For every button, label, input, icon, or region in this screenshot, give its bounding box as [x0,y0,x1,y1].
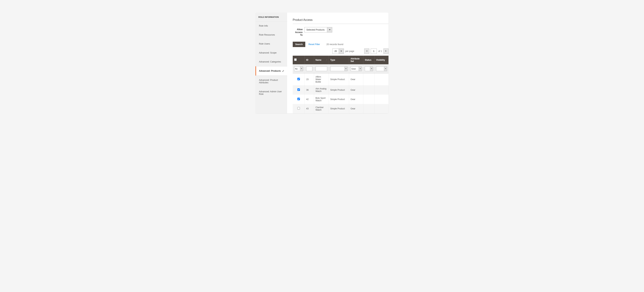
row-checkbox[interactable] [298,78,300,80]
cell-status [363,95,375,104]
cell-status [363,85,375,95]
allow-access-label: Allow Access To [293,27,304,37]
sidebar: ROLE INFORMATION Role Info Role Resource… [256,12,287,113]
filter-name-input[interactable] [316,66,327,71]
column-header-status[interactable]: Status [363,56,375,64]
table-row[interactable]: 36Aim Analog WatchSimple ProductGear [293,85,388,95]
grid-toolbar: Search Reset Filter 20 records found [293,42,388,47]
filter-status-value [365,67,370,71]
table-row[interactable]: 43Clamber WatchSimple ProductGear [293,104,388,113]
cell-type: Simple Product [329,95,349,104]
column-header-name[interactable]: Name↓ [314,56,329,64]
cell-name: Bolo Sport Watch [314,95,329,104]
allow-access-row: Allow Access To Selected Products [293,27,388,37]
sidebar-item-label: Role Info [259,24,268,27]
cell-type: Simple Product [329,85,349,95]
sidebar-item-advanced-categories[interactable]: Advanced: Categories [256,57,287,66]
cell-attribute-set: Gear [349,104,363,113]
cell-type: Simple Product [329,104,349,113]
column-header-attribute-set[interactable]: Attribute Set [349,56,363,64]
role-panel: ROLE INFORMATION Role Info Role Resource… [256,12,388,113]
chevron-left-icon [366,50,368,52]
chevron-down-icon [359,67,362,71]
chevron-right-icon [385,50,387,52]
sidebar-item-label: Advanced: Admin User Role [259,90,284,95]
cell-status [363,104,375,113]
per-page-value: 20 [332,49,339,54]
pencil-icon [282,70,284,72]
sidebar-item-label: Advanced: Products [259,70,281,72]
sidebar-item-role-resources[interactable]: Role Resources [256,30,287,39]
filter-type-value [330,67,344,71]
sidebar-item-role-users[interactable]: Role Users [256,39,287,48]
page-input[interactable] [371,48,377,54]
cell-id: 36 [304,85,314,95]
per-page-select[interactable]: 20 [332,48,344,54]
cell-name: Clamber Watch [314,104,329,113]
sidebar-header: ROLE INFORMATION [256,12,287,21]
content-area: Product Access Allow Access To Selected … [287,12,388,113]
next-page-button[interactable] [384,48,388,54]
row-checkbox[interactable] [298,107,300,110]
chevron-down-icon [300,67,303,71]
sidebar-item-advanced-products[interactable]: Advanced: Products [256,66,287,76]
filter-row: No Gear [293,64,388,73]
sort-arrow-icon: ↓ [326,59,327,61]
filter-attribute-set-select[interactable]: Gear [350,66,362,71]
filter-check-select[interactable]: No [294,66,303,71]
cell-id: 15 [304,73,314,85]
cell-visibility [375,104,388,113]
chevron-down-icon [370,67,373,71]
chevron-down-icon [327,27,332,32]
cell-visibility [375,85,388,95]
select-all-checkbox[interactable] [294,58,297,61]
cell-status [363,73,375,85]
prev-page-button[interactable] [364,48,369,54]
sidebar-item-label: Role Users [259,42,270,45]
sidebar-item-label: Advanced: Categories [259,60,281,63]
reset-filter-link[interactable]: Reset Filter [308,43,320,46]
filter-check-value: No [294,67,300,71]
cell-attribute-set: Gear [349,73,363,85]
row-checkbox[interactable] [298,88,300,91]
section-title: Product Access [293,18,388,24]
column-header-id[interactable]: ID [304,56,314,64]
cell-name: Affirm Water Bottle [314,73,329,85]
sidebar-item-role-info[interactable]: Role Info [256,21,287,30]
chevron-down-icon [339,49,344,54]
sidebar-item-label: Advanced: Product Attributes [259,79,284,84]
filter-visibility-value [376,67,384,71]
allow-access-select[interactable]: Selected Products [304,27,332,32]
page-total-label: of 1 [378,50,382,52]
cell-name: Aim Analog Watch [314,85,329,95]
cell-visibility [375,73,388,85]
pager: 20 per page of 1 [293,48,388,54]
sidebar-item-advanced-scope[interactable]: Advanced: Scope [256,48,287,57]
row-checkbox[interactable] [298,98,300,100]
column-header-type[interactable]: Type [329,56,349,64]
cell-attribute-set: Gear [349,85,363,95]
sidebar-item-advanced-admin-user-role[interactable]: Advanced: Admin User Role [256,87,287,99]
filter-type-select[interactable] [330,66,348,71]
products-table: ID Name↓ Type Attribute Set Status Visib… [293,56,388,113]
cell-visibility [375,95,388,104]
chevron-down-icon [344,67,347,71]
cell-id: 42 [304,95,314,104]
table-row[interactable]: 42Bolo Sport WatchSimple ProductGear [293,95,388,104]
cell-type: Simple Product [329,73,349,85]
chevron-down-icon [384,67,387,71]
sidebar-item-label: Role Resources [259,33,275,36]
cell-attribute-set: Gear [349,95,363,104]
filter-id-input[interactable] [306,66,312,71]
filter-visibility-select[interactable] [376,66,387,71]
search-button[interactable]: Search [293,42,305,47]
sidebar-item-label: Advanced: Scope [259,51,276,54]
allow-access-value: Selected Products [304,27,327,32]
table-row[interactable]: 15Affirm Water BottleSimple ProductGear [293,73,388,85]
sidebar-item-advanced-product-attributes[interactable]: Advanced: Product Attributes [256,76,287,87]
column-header-checkbox[interactable] [293,56,304,64]
filter-status-select[interactable] [365,66,373,71]
column-label: Name [316,59,322,61]
column-header-visibility[interactable]: Visibility [375,56,388,64]
per-page-label: per page [345,50,354,52]
